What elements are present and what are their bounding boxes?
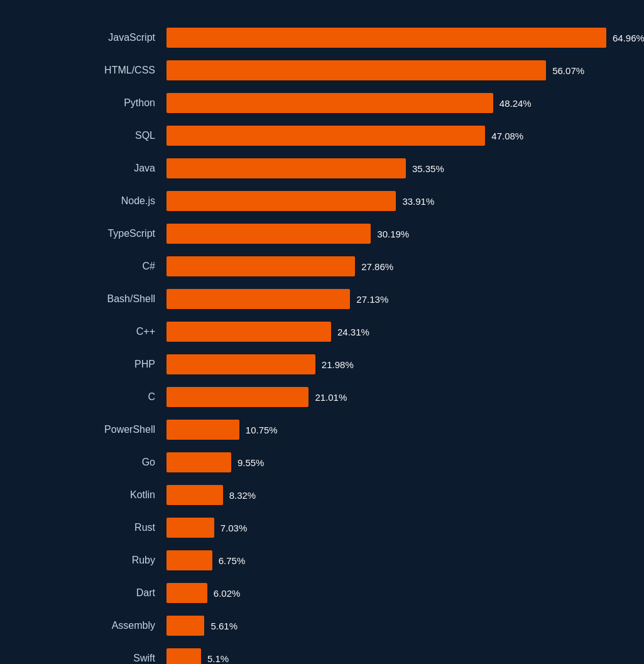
bar-track: 7.03% [166, 518, 631, 538]
bar-label: Swift [13, 653, 166, 664]
bar-track: 56.07% [166, 60, 631, 80]
bar-row: SQL47.08% [13, 123, 631, 148]
bar-fill [166, 616, 204, 636]
bar-track: 27.13% [166, 289, 631, 309]
bar-label: Java [13, 163, 166, 174]
bar-label: Go [13, 457, 166, 468]
bar-track: 21.01% [166, 387, 631, 407]
bar-value: 5.61% [210, 621, 237, 631]
bar-track: 30.19% [166, 224, 631, 244]
bar-row: Dart6.02% [13, 580, 631, 606]
bar-row: C++24.31% [13, 319, 631, 344]
bar-fill [166, 158, 406, 178]
bar-value: 47.08% [491, 131, 523, 141]
bar-value: 6.02% [214, 588, 241, 599]
bar-track: 10.75% [166, 420, 631, 440]
bar-fill [166, 289, 350, 309]
bar-label: SQL [13, 130, 166, 141]
bar-row: Kotlin8.32% [13, 482, 631, 508]
bar-track: 5.1% [166, 648, 631, 664]
bar-row: C#27.86% [13, 254, 631, 279]
bar-track: 64.96% [166, 28, 644, 48]
bar-row: Bash/Shell27.13% [13, 286, 631, 312]
bar-value: 8.32% [229, 490, 256, 501]
bar-fill [166, 550, 212, 570]
bar-track: 5.61% [166, 616, 631, 636]
bar-track: 27.86% [166, 256, 631, 276]
bar-row: HTML/CSS56.07% [13, 58, 631, 83]
bar-value: 6.75% [219, 555, 246, 566]
bar-value: 21.98% [322, 359, 354, 370]
bar-row: PHP21.98% [13, 352, 631, 377]
bar-label: Kotlin [13, 489, 166, 501]
bar-track: 6.02% [166, 583, 631, 603]
bar-fill [166, 583, 207, 603]
bar-label: JavaScript [13, 32, 166, 43]
bar-value: 35.35% [412, 163, 444, 174]
bar-row: Rust7.03% [13, 515, 631, 540]
bar-label: C [13, 391, 166, 403]
bar-chart: JavaScript64.96%HTML/CSS56.07%Python48.2… [0, 19, 644, 664]
bar-label: PowerShell [13, 424, 166, 435]
bar-track: 9.55% [166, 452, 631, 472]
bar-value: 30.19% [377, 229, 409, 239]
bar-fill [166, 518, 214, 538]
bar-value: 27.86% [361, 261, 393, 272]
bar-fill [166, 485, 223, 505]
bar-track: 48.24% [166, 93, 631, 113]
bar-row: PowerShell10.75% [13, 417, 631, 442]
bar-row: C21.01% [13, 384, 631, 410]
bar-row: JavaScript64.96% [13, 25, 631, 50]
bar-fill [166, 256, 355, 276]
bar-label: PHP [13, 359, 166, 370]
bar-label: Assembly [13, 620, 166, 631]
bar-value: 9.55% [237, 457, 265, 468]
bar-label: C# [13, 261, 166, 272]
bar-fill [166, 60, 546, 80]
bar-fill [166, 93, 493, 113]
bar-fill [166, 420, 239, 440]
bar-label: C++ [13, 326, 166, 337]
bar-row: Node.js33.91% [13, 188, 631, 214]
bar-fill [166, 224, 371, 244]
bar-label: Dart [13, 587, 166, 599]
bar-value: 24.31% [337, 327, 369, 337]
bar-value: 5.1% [207, 653, 229, 664]
bar-fill [166, 452, 231, 472]
bar-track: 35.35% [166, 158, 631, 178]
bar-label: Rust [13, 522, 166, 533]
bar-value: 33.91% [402, 196, 434, 207]
bar-value: 21.01% [315, 392, 347, 403]
bar-value: 48.24% [499, 98, 532, 109]
bar-row: TypeScript30.19% [13, 221, 631, 246]
bar-label: HTML/CSS [13, 65, 166, 76]
bar-row: Swift5.1% [13, 646, 631, 664]
bar-row: Java35.35% [13, 156, 631, 181]
bar-value: 27.13% [356, 294, 388, 305]
bar-value: 10.75% [246, 425, 278, 435]
bar-track: 6.75% [166, 550, 631, 570]
bar-fill [166, 648, 201, 664]
bar-fill [166, 322, 331, 342]
bar-value: 7.03% [221, 523, 248, 533]
bar-track: 47.08% [166, 126, 631, 146]
bar-fill [166, 387, 308, 407]
bar-label: Node.js [13, 195, 166, 207]
bar-value: 64.96% [613, 33, 644, 43]
bar-label: Bash/Shell [13, 293, 166, 305]
bar-label: TypeScript [13, 228, 166, 239]
bar-row: Ruby6.75% [13, 548, 631, 573]
bar-row: Python48.24% [13, 90, 631, 116]
bar-label: Ruby [13, 555, 166, 566]
bar-fill [166, 191, 396, 211]
bar-label: Python [13, 97, 166, 109]
bar-value: 56.07% [552, 65, 584, 76]
bar-track: 33.91% [166, 191, 631, 211]
bar-row: Go9.55% [13, 450, 631, 475]
bar-track: 24.31% [166, 322, 631, 342]
bar-fill [166, 354, 315, 374]
bar-fill [166, 28, 606, 48]
bar-fill [166, 126, 485, 146]
bar-track: 8.32% [166, 485, 631, 505]
bar-track: 21.98% [166, 354, 631, 374]
